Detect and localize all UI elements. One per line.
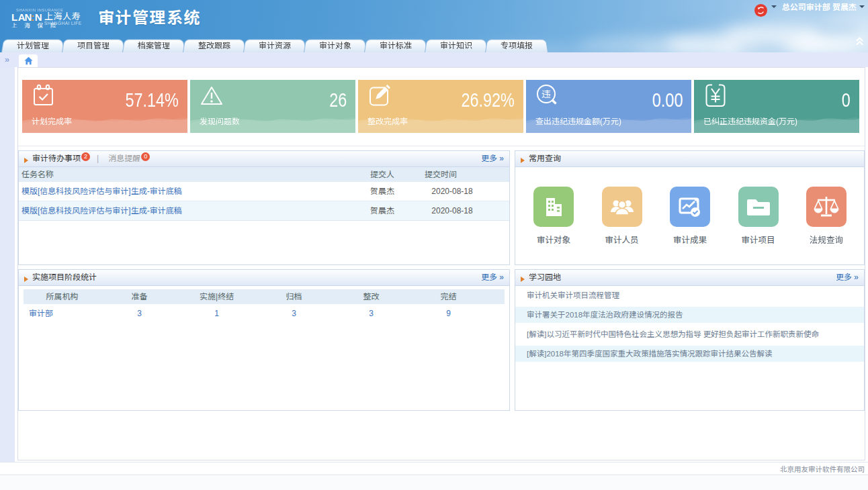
svg-text:违: 违 (541, 87, 551, 100)
